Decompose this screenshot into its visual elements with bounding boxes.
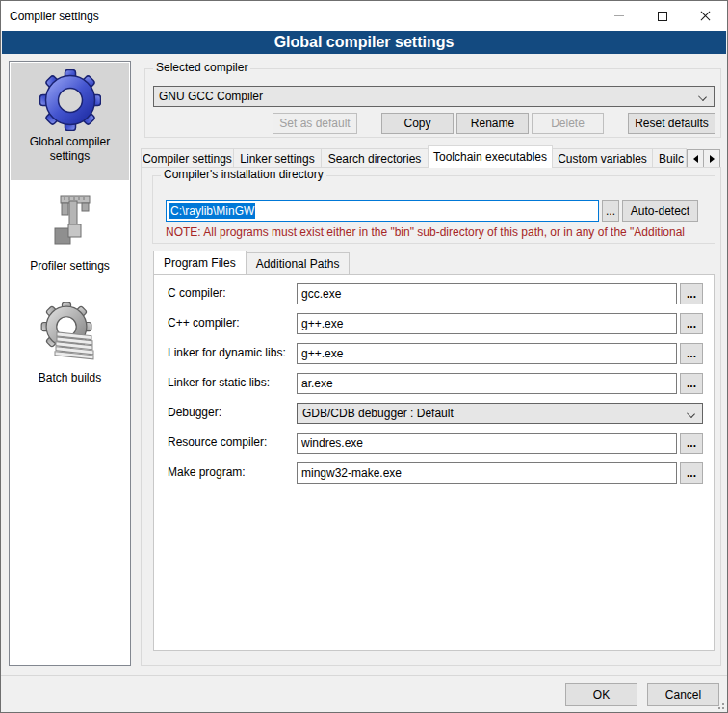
ok-button[interactable]: OK: [565, 683, 637, 706]
resource-compiler-label: Resource compiler:: [168, 436, 267, 449]
browse-directory-button[interactable]: ...: [602, 200, 619, 222]
delete-button[interactable]: Delete: [532, 113, 604, 134]
sidebar-item-label: settings: [11, 149, 129, 164]
maximize-icon: [658, 12, 667, 21]
field-row-linker-static: Linker for static libs: ...: [154, 373, 715, 394]
minimize-icon: [614, 15, 624, 16]
field-row-make-program: Make program: ...: [154, 462, 715, 484]
cpp-compiler-input[interactable]: [297, 313, 677, 334]
titlebar: Compiler settings: [1, 1, 727, 31]
sidebar-item-label: Batch builds: [11, 371, 129, 385]
subtab-additional-paths[interactable]: Additional Paths: [246, 252, 351, 274]
tab-toolchain-executables[interactable]: Toolchain executables: [428, 145, 553, 168]
window-title: Compiler settings: [1, 10, 99, 23]
gray-gear-stack-icon: [11, 290, 129, 363]
resource-compiler-input[interactable]: [297, 433, 677, 454]
page-title: Global compiler settings: [2, 31, 726, 54]
debugger-label: Debugger:: [168, 406, 221, 419]
resize-grip[interactable]: [715, 700, 724, 709]
field-row-debugger: Debugger: GDB/CDB debugger : Default: [154, 403, 715, 424]
debugger-select-value: GDB/CDB debugger : Default: [302, 407, 454, 420]
tab-scroll-left-button[interactable]: [687, 149, 704, 168]
cancel-button[interactable]: Cancel: [647, 683, 719, 706]
tab-search-directories[interactable]: Search directories: [321, 148, 429, 168]
left-arrow-icon: [693, 155, 698, 163]
tab-compiler-settings[interactable]: Compiler settings: [141, 148, 234, 168]
bin-subdirectory-note: NOTE: All programs must exist either in …: [166, 225, 713, 239]
linker-static-browse-button[interactable]: ...: [680, 373, 703, 394]
linker-static-label: Linker for static libs:: [168, 376, 270, 389]
caliper-icon: [11, 180, 129, 251]
linker-dynamic-browse-button[interactable]: ...: [680, 343, 703, 364]
compiler-select-value: GNU GCC Compiler: [159, 90, 263, 103]
linker-dynamic-label: Linker for dynamic libs:: [168, 346, 286, 359]
sidebar-item-profiler-settings[interactable]: Profiler settings: [11, 180, 129, 290]
auto-detect-button[interactable]: Auto-detect: [622, 200, 698, 222]
minimize-button[interactable]: [597, 1, 640, 31]
selected-compiler-group: Selected compiler GNU GCC Compiler Set a…: [144, 68, 721, 138]
c-compiler-input[interactable]: [297, 283, 677, 304]
toolchain-executables-page: Compiler's installation directory C:\ray…: [141, 167, 721, 666]
make-program-label: Make program:: [168, 465, 246, 479]
cpp-compiler-label: C++ compiler:: [168, 316, 240, 330]
field-row-linker-dynamic: Linker for dynamic libs: ...: [154, 343, 715, 364]
installation-directory-group-label: Compiler's installation directory: [161, 168, 326, 181]
rename-button[interactable]: Rename: [456, 113, 529, 134]
reset-defaults-button[interactable]: Reset defaults: [628, 113, 715, 134]
footer-divider: [1, 675, 727, 676]
field-row-cpp-compiler: C++ compiler: ...: [154, 313, 715, 334]
close-button[interactable]: [684, 1, 727, 31]
resource-compiler-browse-button[interactable]: ...: [680, 433, 703, 454]
blue-gear-icon: [11, 63, 129, 131]
linker-static-input[interactable]: [297, 373, 677, 394]
selected-compiler-group-label: Selected compiler: [153, 61, 250, 74]
close-icon: [700, 11, 711, 21]
tab-scroll-right-button[interactable]: [703, 149, 720, 168]
set-as-default-button[interactable]: Set as default: [273, 113, 357, 134]
c-compiler-browse-button[interactable]: ...: [680, 283, 703, 304]
tab-build-options-clipped[interactable]: Builc: [652, 148, 687, 168]
tab-linker-settings[interactable]: Linker settings: [233, 148, 322, 168]
cpp-compiler-browse-button[interactable]: ...: [680, 313, 703, 334]
chevron-down-icon: [687, 409, 695, 418]
compiler-select[interactable]: GNU GCC Compiler: [153, 86, 715, 107]
tab-custom-variables[interactable]: Custom variables: [552, 148, 653, 168]
installation-directory-group: Compiler's installation directory C:\ray…: [152, 175, 715, 244]
sidebar-item-label: Global compiler: [11, 135, 129, 149]
copy-button[interactable]: Copy: [381, 113, 454, 134]
debugger-select[interactable]: GDB/CDB debugger : Default: [297, 403, 703, 424]
sidebar-item-batch-builds[interactable]: Batch builds: [11, 290, 129, 406]
sidebar-item-label: Profiler settings: [11, 259, 129, 274]
settings-category-list: Global compiler settings: [9, 61, 131, 666]
program-files-page: C compiler: ... C++ compiler: ... Linker…: [153, 274, 715, 651]
linker-dynamic-input[interactable]: [297, 343, 677, 364]
installation-directory-value: C:\raylib\MinGW: [169, 203, 255, 219]
sidebar-item-global-compiler-settings[interactable]: Global compiler settings: [11, 63, 129, 180]
make-program-browse-button[interactable]: ...: [680, 462, 703, 484]
subtab-program-files[interactable]: Program Files: [153, 251, 247, 274]
c-compiler-label: C compiler:: [168, 286, 226, 300]
compiler-settings-dialog: Compiler settings Global compiler settin…: [0, 0, 728, 713]
right-arrow-icon: [710, 155, 715, 163]
field-row-resource-compiler: Resource compiler: ...: [154, 433, 715, 454]
installation-directory-input[interactable]: C:\raylib\MinGW: [166, 200, 599, 222]
maximize-button[interactable]: [640, 1, 684, 31]
make-program-input[interactable]: [297, 462, 677, 484]
chevron-down-icon: [698, 92, 707, 101]
field-row-c-compiler: C compiler: ...: [154, 283, 715, 304]
